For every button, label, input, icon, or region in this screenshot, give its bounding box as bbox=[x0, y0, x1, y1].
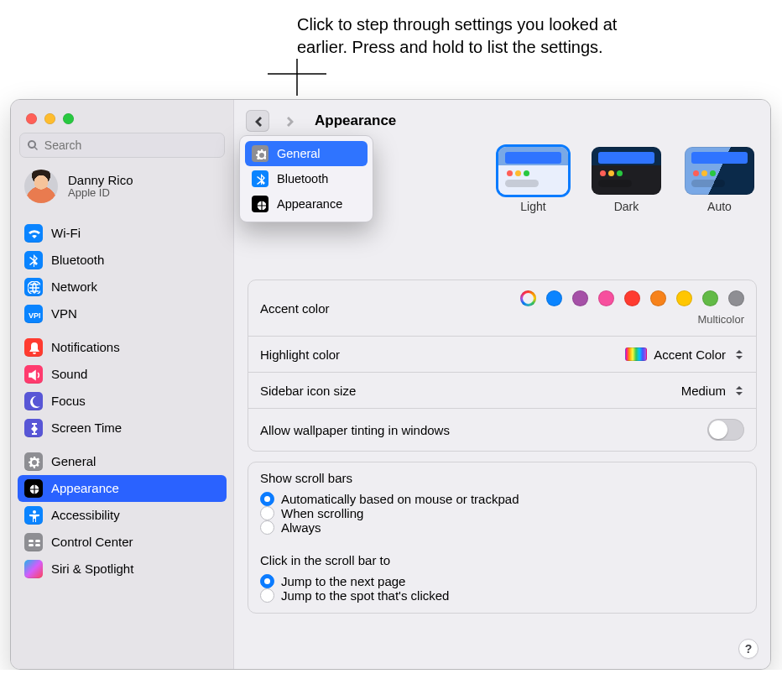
sidebar-item-bt[interactable]: Bluetooth bbox=[18, 247, 227, 274]
scroll-click-title: Click in the scroll bar to bbox=[260, 553, 744, 567]
help-button[interactable]: ? bbox=[738, 639, 759, 659]
highlight-color-select[interactable]: Accent Color bbox=[625, 347, 744, 362]
apple-id-row[interactable]: Danny Rico Apple ID bbox=[11, 158, 233, 213]
scroll-bars-option[interactable]: Always bbox=[260, 520, 744, 535]
sidebar-item-label: Screen Time bbox=[51, 421, 122, 435]
wallpaper-tinting-toggle[interactable] bbox=[707, 419, 744, 441]
accent-color-picker: Multicolor bbox=[520, 290, 744, 326]
accent-swatch[interactable] bbox=[546, 290, 562, 306]
accent-color-label: Accent color bbox=[260, 301, 330, 316]
search-field[interactable] bbox=[19, 133, 225, 158]
theme-label: Light bbox=[520, 200, 545, 213]
radio-label: Automatically based on mouse or trackpad bbox=[281, 492, 519, 506]
scroll-click-option[interactable]: Jump to the spot that's clicked bbox=[260, 588, 744, 603]
settings-section-scrolling: Show scroll bars Automatically based on … bbox=[248, 462, 757, 614]
scroll-bars-option[interactable]: Automatically based on mouse or trackpad bbox=[260, 492, 744, 506]
theme-light[interactable]: Light bbox=[498, 147, 568, 213]
accent-swatch-multicolor[interactable] bbox=[520, 290, 536, 306]
search-input[interactable] bbox=[43, 138, 217, 153]
radio-label: When scrolling bbox=[281, 506, 363, 520]
vpn-icon bbox=[24, 305, 43, 323]
acc-icon bbox=[24, 506, 43, 525]
history-item-label: Appearance bbox=[277, 197, 342, 211]
accent-swatch[interactable] bbox=[728, 290, 744, 306]
app-icon bbox=[24, 479, 43, 498]
sidebar-item-label: Network bbox=[51, 279, 97, 294]
minimize-icon[interactable] bbox=[44, 113, 55, 124]
history-item-app[interactable]: Appearance bbox=[245, 191, 368, 217]
chevron-left-icon bbox=[253, 115, 263, 127]
st-icon bbox=[24, 419, 43, 437]
sidebar-item-label: Appearance bbox=[51, 481, 119, 495]
accent-swatch[interactable] bbox=[676, 290, 692, 306]
callout-leader-line bbox=[268, 59, 335, 99]
sidebar-item-vpn[interactable]: VPN bbox=[18, 300, 227, 327]
sidebar-item-net[interactable]: Network bbox=[18, 274, 227, 300]
highlight-color-label: Highlight color bbox=[260, 347, 340, 362]
sidebar-item-wifi[interactable]: Wi-Fi bbox=[18, 220, 227, 247]
theme-dark[interactable]: Dark bbox=[592, 147, 661, 213]
accent-swatch[interactable] bbox=[598, 290, 614, 306]
sidebar-item-focus[interactable]: Focus bbox=[18, 388, 227, 415]
accent-swatch[interactable] bbox=[572, 290, 588, 306]
gen-icon bbox=[24, 452, 43, 471]
history-dropdown[interactable]: General Bluetooth Appearance bbox=[239, 135, 373, 222]
bt-icon bbox=[24, 251, 43, 269]
sound-icon bbox=[24, 365, 43, 384]
bt-icon bbox=[252, 170, 268, 187]
highlight-color-value: Accent Color bbox=[654, 347, 726, 362]
sidebar-item-sound[interactable]: Sound bbox=[18, 361, 227, 388]
radio-label: Jump to the next page bbox=[281, 574, 405, 588]
sidebar-icon-size-label: Sidebar icon size bbox=[260, 384, 356, 398]
chevron-right-icon bbox=[284, 115, 295, 127]
theme-preview-icon bbox=[592, 147, 661, 195]
sidebar-item-app[interactable]: Appearance bbox=[18, 475, 227, 502]
wallpaper-tinting-label: Allow wallpaper tinting in windows bbox=[260, 423, 450, 437]
sidebar-item-label: Siri & Spotlight bbox=[51, 562, 133, 576]
callout-region: Click to step through settings you looke… bbox=[0, 0, 782, 99]
theme-preview-icon bbox=[685, 147, 754, 195]
radio-label: Always bbox=[281, 520, 321, 535]
history-item-bt[interactable]: Bluetooth bbox=[245, 166, 368, 191]
avatar bbox=[24, 170, 58, 203]
scroll-bars-option[interactable]: When scrolling bbox=[260, 506, 744, 520]
sidebar-item-label: Sound bbox=[51, 367, 87, 381]
history-item-gen[interactable]: General bbox=[245, 141, 368, 166]
sidebar-list: Wi-Fi Bluetooth Network VPN Notification… bbox=[11, 213, 233, 582]
wifi-icon bbox=[24, 224, 43, 243]
forward-button[interactable] bbox=[278, 110, 301, 132]
sidebar-item-gen[interactable]: General bbox=[18, 448, 227, 475]
sidebar-item-st[interactable]: Screen Time bbox=[18, 415, 227, 441]
cc-icon bbox=[24, 533, 43, 551]
sidebar-item-cc[interactable]: Control Center bbox=[18, 529, 227, 556]
accent-swatch[interactable] bbox=[702, 290, 718, 306]
search-icon bbox=[27, 139, 38, 151]
fullscreen-icon[interactable] bbox=[63, 113, 74, 124]
sidebar-item-label: Wi-Fi bbox=[51, 226, 81, 240]
sidebar-icon-size-value: Medium bbox=[681, 384, 726, 398]
radio-icon bbox=[260, 506, 274, 520]
sidebar-icon-size-select[interactable]: Medium bbox=[681, 383, 744, 398]
theme-preview-icon bbox=[498, 147, 568, 195]
accent-swatch[interactable] bbox=[650, 290, 666, 306]
back-button[interactable] bbox=[246, 110, 269, 132]
radio-icon bbox=[260, 588, 274, 603]
accent-color-selected-label: Multicolor bbox=[697, 313, 744, 326]
close-icon[interactable] bbox=[26, 113, 37, 124]
net-icon bbox=[24, 278, 43, 296]
theme-auto[interactable]: Auto bbox=[685, 147, 754, 213]
sidebar-item-label: Notifications bbox=[51, 340, 120, 354]
gen-icon bbox=[252, 145, 268, 162]
updown-icon bbox=[732, 383, 744, 398]
sidebar-item-acc[interactable]: Accessibility bbox=[18, 502, 227, 529]
callout-text: Click to step through settings you looke… bbox=[297, 13, 658, 59]
appearance-themes: Light Dark Auto bbox=[498, 147, 754, 213]
scroll-click-option[interactable]: Jump to the next page bbox=[260, 574, 744, 588]
accent-swatch[interactable] bbox=[624, 290, 640, 306]
sidebar-item-notif[interactable]: Notifications bbox=[18, 334, 227, 361]
sidebar-item-siri[interactable]: Siri & Spotlight bbox=[18, 556, 227, 582]
history-item-label: Bluetooth bbox=[277, 172, 328, 185]
scroll-bars-title: Show scroll bars bbox=[260, 471, 744, 485]
system-settings-window: Danny Rico Apple ID Wi-Fi Bluetooth Netw… bbox=[10, 99, 771, 670]
notif-icon bbox=[24, 338, 43, 357]
